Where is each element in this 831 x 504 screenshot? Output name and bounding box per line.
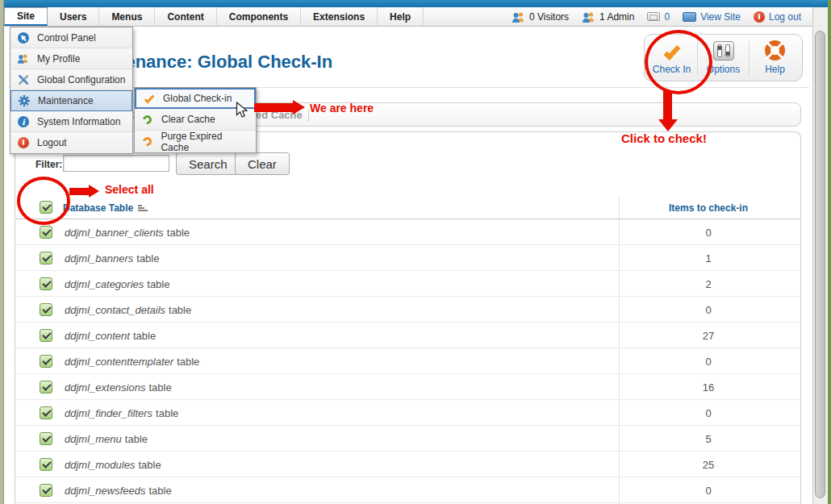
submenuitem-label: Clear Cache [161, 114, 215, 125]
menu-site[interactable]: Site [4, 7, 48, 26]
row-table-name: ddjml_newsfeedstable [65, 485, 172, 497]
refresh-orange-icon [141, 135, 152, 148]
menuitem-label: Global Configuration [37, 74, 125, 85]
row-checkin-count: 2 [620, 278, 797, 290]
scrollbar-thumb[interactable] [815, 31, 825, 498]
power-icon [17, 137, 29, 149]
help-button[interactable]: Help [750, 38, 800, 77]
table-row: ddjml_newsfeedstable 0 [15, 477, 800, 503]
annotation-arrow-down-head [658, 119, 678, 131]
row-checkbox[interactable] [40, 252, 52, 264]
submenuitem-label: Purge Expired Cache [161, 131, 249, 153]
row-checkin-count: 1 [620, 252, 797, 264]
search-button[interactable]: Search [176, 152, 240, 175]
table-row: ddjml_modulestable 25 [15, 452, 800, 477]
user-icon [17, 52, 29, 65]
table-body: ddjml_banner_clientstable 0 ddjml_banner… [15, 219, 800, 503]
filter-input[interactable] [63, 155, 169, 172]
help-label: Help [765, 64, 785, 75]
submenuitem-label: Global Check-in [163, 93, 232, 104]
admins-status: 1 Admin [582, 11, 634, 23]
menu-menus[interactable]: Menus [99, 7, 155, 26]
table-row: ddjml_banner_clientstable 0 [15, 219, 800, 245]
row-checkbox[interactable] [40, 458, 52, 471]
table-row: ddjml_contenttable 27 [15, 323, 800, 348]
row-checkbox[interactable] [40, 355, 52, 368]
clear-button[interactable]: Clear [235, 152, 290, 175]
mail-icon [647, 12, 660, 21]
menu-content[interactable]: Content [155, 7, 216, 26]
row-checkbox[interactable] [40, 277, 52, 290]
row-checkin-count: 0 [620, 304, 797, 316]
annotation-arrow-select [69, 188, 89, 195]
column-header-items: Items to check-in [620, 202, 797, 214]
database-table-label: Database Table [63, 202, 133, 214]
table-header: Database Table Items to check-in [15, 196, 800, 219]
annotation-arrow-select-head [89, 185, 99, 198]
submenuitem-purge-expired-cache[interactable]: Purge Expired Cache [135, 131, 256, 152]
help-icon [765, 40, 785, 60]
menu-components[interactable]: Components [217, 7, 301, 26]
check-icon [143, 93, 155, 105]
table-row: ddjml_categoriestable 2 [15, 271, 800, 297]
sort-asc-icon [138, 205, 148, 211]
row-checkbox[interactable] [40, 484, 52, 497]
table-row: ddjml_extensionstable 16 [15, 374, 800, 400]
logout-icon [754, 11, 765, 23]
column-header-database-table[interactable]: Database Table [63, 202, 148, 214]
annotation-circle-select-all [17, 177, 70, 225]
view-site-link[interactable]: View Site [683, 11, 741, 23]
admins-icon [582, 11, 595, 23]
row-checkin-count: 5 [620, 433, 797, 445]
annotation-arrow-here-head [293, 100, 305, 115]
menuitem-maintenance[interactable]: Maintenance [10, 90, 132, 111]
tools-icon [17, 73, 29, 85]
table-row: ddjml_contenttemplatertable 0 [15, 348, 800, 374]
row-checkbox[interactable] [40, 432, 52, 445]
refresh-green-icon [141, 114, 153, 126]
menu-extensions[interactable]: Extensions [301, 7, 378, 26]
menu-help[interactable]: Help [378, 7, 424, 26]
menuitem-label: Maintenance [38, 95, 94, 106]
row-checkin-count: 25 [620, 459, 797, 471]
menuitem-logout[interactable]: Logout [10, 132, 132, 153]
menuitem-control-panel[interactable]: Control Panel [10, 27, 132, 48]
annotation-arrow-here [254, 103, 293, 112]
annotation-click-to-check: Click to check! [621, 131, 707, 145]
row-checkbox[interactable] [40, 303, 52, 316]
row-table-name: ddjml_contenttable [65, 330, 156, 342]
table-row: ddjml_contact_detailstable 0 [15, 297, 800, 323]
row-checkbox[interactable] [40, 381, 52, 394]
window-border-left [0, 0, 4, 504]
row-checkin-count: 0 [620, 227, 797, 239]
row-checkbox[interactable] [40, 329, 52, 342]
messages-status[interactable]: 0 [647, 11, 670, 23]
logout-label: Log out [769, 11, 801, 23]
row-checkbox[interactable] [40, 226, 52, 239]
gear-icon [18, 95, 30, 107]
annotation-select-all: Select all [105, 183, 154, 196]
annotation-arrow-down [663, 90, 672, 120]
logout-link[interactable]: Log out [754, 11, 801, 23]
annotation-we-are-here: We are here [310, 102, 374, 115]
row-checkbox[interactable] [40, 406, 52, 419]
view-site-label: View Site [700, 11, 741, 23]
row-table-name: ddjml_finder_filterstable [65, 407, 178, 419]
menuitem-global-configuration[interactable]: Global Configuration [10, 69, 132, 90]
site-dropdown-menu: Control Panel My Profile Global Configur… [10, 27, 133, 154]
menuitem-my-profile[interactable]: My Profile [10, 48, 132, 69]
row-table-name: ddjml_extensionstable [65, 381, 172, 394]
visitors-icon [512, 11, 525, 23]
row-table-name: ddjml_contact_detailstable [65, 304, 191, 316]
row-checkin-count: 27 [620, 330, 797, 342]
row-checkin-count: 0 [620, 485, 797, 497]
window-title-strip [4, 0, 828, 7]
status-area: 0 Visitors 1 Admin 0 View Site Log out [504, 7, 812, 26]
table-row: ddjml_finder_filterstable 0 [15, 400, 800, 426]
menuitem-system-information[interactable]: i System Information [10, 111, 132, 132]
row-table-name: ddjml_categoriestable [65, 278, 169, 290]
row-table-name: ddjml_modulestable [65, 459, 161, 471]
view-site-icon [683, 12, 696, 22]
menu-users[interactable]: Users [48, 7, 99, 26]
mouse-cursor [236, 102, 248, 119]
